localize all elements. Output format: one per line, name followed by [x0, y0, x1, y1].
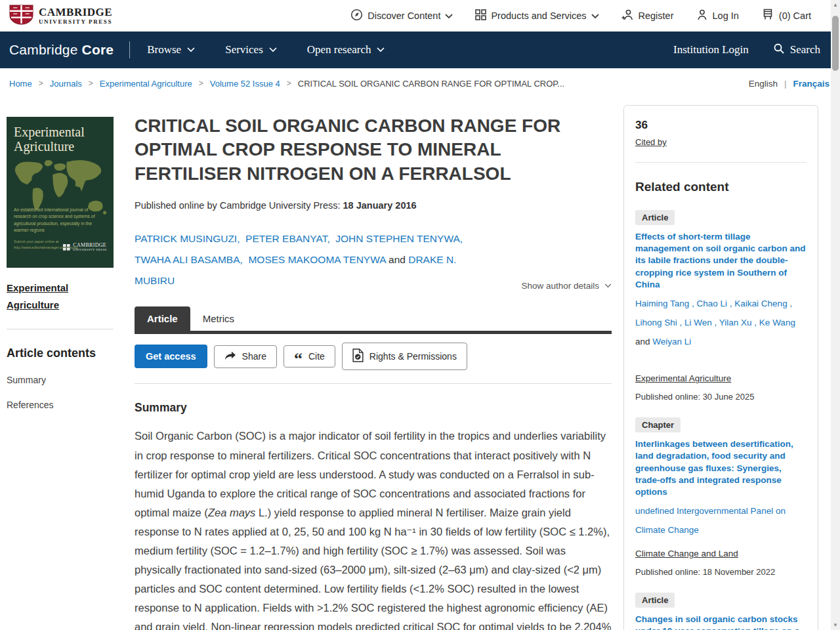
related-published-date: Published online: 18 November 2022 — [635, 567, 807, 577]
breadcrumb-separator: > — [199, 79, 203, 88]
top-header: CAMBRIDGE UNIVERSITY PRESS Discover Cont… — [0, 0, 840, 32]
related-authors[interactable]: Haiming Tang , Chao Li , Kaikai Cheng , … — [635, 294, 807, 351]
show-author-details-toggle[interactable]: Show author details — [521, 281, 612, 291]
contents-item-references[interactable]: References — [7, 400, 114, 410]
related-source-link[interactable]: Climate Change and Land — [635, 549, 738, 558]
breadcrumb-separator: > — [89, 79, 93, 88]
cite-label: Cite — [308, 351, 325, 362]
cited-related-card: 36 Cited by Related content Article Effe… — [623, 105, 818, 630]
chevron-down-icon — [187, 47, 195, 52]
action-buttons: Get access Share “ Cite Rights & Permiss… — [135, 343, 612, 370]
summary-part1: Soil Organic Carbon (SOC) is a major ind… — [135, 430, 606, 518]
logo-line1: CAMBRIDGE — [39, 7, 112, 18]
institution-login-label: Institution Login — [673, 43, 749, 56]
journal-title-link[interactable]: Experimental Agriculture — [7, 280, 114, 314]
content-divider — [135, 383, 612, 384]
sidebar-divider — [7, 329, 114, 329]
tab-metrics[interactable]: Metrics — [190, 306, 247, 331]
article-contents-heading: Article contents — [7, 346, 114, 360]
card-divider — [635, 162, 807, 163]
cup-logo[interactable]: CAMBRIDGE UNIVERSITY PRESS — [9, 5, 112, 28]
content-type-badge: Article — [635, 210, 675, 225]
lang-divider: | — [784, 79, 787, 89]
language-switcher: English | Français — [749, 79, 830, 89]
search-icon — [774, 43, 784, 57]
content-type-badge: Chapter — [635, 417, 681, 432]
vertical-scrollbar[interactable]: ▲ ▼ — [831, 0, 840, 630]
products-services-menu[interactable]: Products and Services — [475, 9, 598, 22]
cambridge-core-brand[interactable]: Cambridge Core — [9, 42, 114, 58]
breadcrumb-separator: > — [39, 79, 43, 88]
summary-heading: Summary — [135, 401, 612, 415]
left-sidebar: Experimental Agriculture — [7, 117, 114, 410]
breadcrumb-home[interactable]: Home — [9, 79, 32, 89]
article-title: CRITICAL SOIL ORGANIC CARBON RANGE FOR O… — [135, 114, 612, 186]
scrollbar-thumb[interactable] — [832, 16, 839, 71]
cart-link[interactable]: (0) Cart — [761, 9, 811, 23]
cited-by-link[interactable]: Cited by — [635, 137, 667, 147]
nav-services[interactable]: Services — [225, 43, 277, 56]
chevron-down-icon — [445, 10, 453, 21]
cover-publisher-line2: UNIVERSITY PRESS — [73, 249, 107, 252]
breadcrumb-journal[interactable]: Experimental Agriculture — [100, 79, 192, 89]
cover-submit-line1: Submit your paper online at — [14, 239, 66, 245]
author-list[interactable]: PATRICK MUSINGUZI, PETER EBANYAT, JOHN S… — [135, 228, 476, 291]
related-authors-main: undefined Intergovernmental Panel on Cli… — [635, 506, 788, 535]
search-button[interactable]: Search — [774, 43, 820, 57]
scroll-up-icon[interactable]: ▲ — [831, 0, 840, 10]
nav-browse[interactable]: Browse — [147, 43, 195, 56]
journal-cover[interactable]: Experimental Agriculture — [7, 117, 114, 268]
breadcrumb: Home > Journals > Experimental Agricultu… — [9, 79, 564, 89]
related-title-link[interactable]: Effects of short-term tillage management… — [635, 231, 807, 291]
related-item: Chapter Interlinkages between desertific… — [635, 417, 807, 577]
content-type-badge: Article — [635, 593, 675, 608]
summary-text: Soil Organic Carbon (SOC) is a major ind… — [135, 427, 612, 630]
cover-tagline: An established international journal of … — [14, 207, 106, 234]
chevron-down-icon — [377, 47, 385, 52]
brand-regular: Cambridge — [9, 42, 78, 57]
authors-and: and — [386, 254, 408, 265]
cited-count: 36 — [635, 119, 807, 132]
share-button[interactable]: Share — [214, 345, 277, 368]
published-prefix: Published online by Cambridge University… — [135, 200, 341, 211]
login-label: Log In — [713, 10, 739, 21]
register-link[interactable]: Register — [621, 9, 674, 23]
chevron-down-icon — [604, 284, 612, 288]
related-source-link[interactable]: Experimental Agriculture — [635, 373, 731, 383]
document-check-icon — [352, 348, 364, 364]
login-link[interactable]: Log In — [696, 9, 739, 23]
main-nav-bar: Cambridge Core Browse Services Open rese… — [0, 32, 840, 68]
scroll-down-icon[interactable]: ▼ — [831, 620, 840, 630]
rights-permissions-label: Rights & Permissions — [369, 351, 457, 362]
related-title-link[interactable]: Changes in soil organic carbon stocks un… — [635, 614, 807, 630]
authors-row: PATRICK MUSINGUZI, PETER EBANYAT, JOHN S… — [135, 228, 612, 291]
article-main: CRITICAL SOIL ORGANIC CARBON RANGE FOR O… — [135, 114, 612, 630]
services-label: Services — [225, 43, 263, 56]
rights-permissions-button[interactable]: Rights & Permissions — [342, 343, 467, 370]
top-nav: Discover Content Products and Services R… — [350, 9, 811, 23]
related-title-link[interactable]: Interlinkages between desertification, l… — [635, 438, 807, 498]
lang-francais[interactable]: Français — [793, 79, 830, 89]
nav-open-research[interactable]: Open research — [307, 43, 385, 56]
nav-divider — [129, 41, 130, 58]
search-label: Search — [790, 43, 820, 56]
contents-item-summary[interactable]: Summary — [7, 375, 114, 385]
cover-submit-line2: http://www.editorialmanager.com/expag — [14, 245, 66, 251]
products-services-label: Products and Services — [491, 10, 586, 21]
breadcrumb-issue[interactable]: Volume 52 Issue 4 — [210, 79, 280, 89]
related-authors[interactable]: undefined Intergovernmental Panel on Cli… — [635, 501, 807, 539]
register-label: Register — [639, 10, 674, 21]
cite-button[interactable]: “ Cite — [284, 345, 335, 368]
cup-shield-icon — [9, 5, 33, 28]
cart-label: (0) Cart — [779, 10, 811, 21]
cover-publisher-line1: CAMBRIDGE — [73, 243, 107, 248]
cart-icon — [761, 9, 774, 23]
get-access-button[interactable]: Get access — [135, 345, 207, 368]
quote-icon: “ — [294, 356, 303, 362]
tab-article[interactable]: Article — [135, 306, 190, 331]
discover-content-menu[interactable]: Discover Content — [350, 9, 453, 23]
institution-login-link[interactable]: Institution Login — [673, 43, 749, 56]
breadcrumb-journals[interactable]: Journals — [50, 79, 82, 89]
tab-underline — [135, 331, 612, 334]
breadcrumb-current: CRITICAL SOIL ORGANIC CARBON RANGE FOR O… — [298, 79, 564, 89]
